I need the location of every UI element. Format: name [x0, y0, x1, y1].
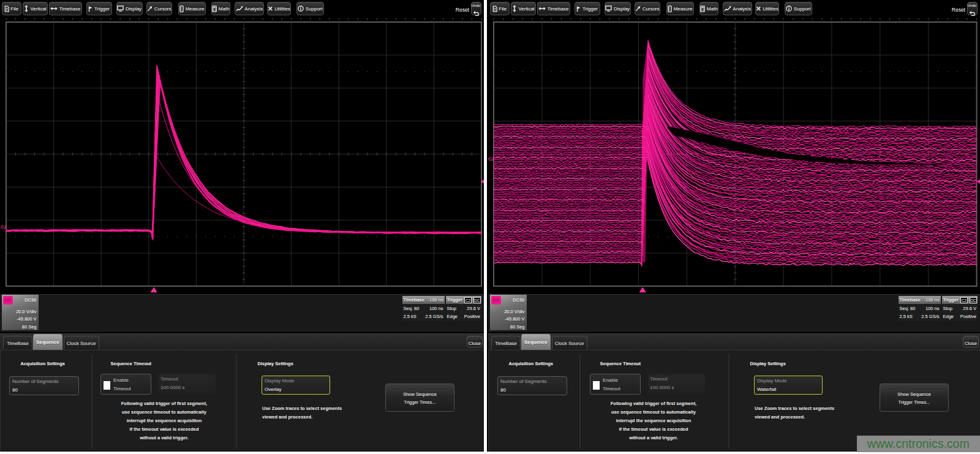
svg-text:C2: C2	[1, 224, 7, 230]
svg-text:C2: C2	[488, 156, 494, 162]
